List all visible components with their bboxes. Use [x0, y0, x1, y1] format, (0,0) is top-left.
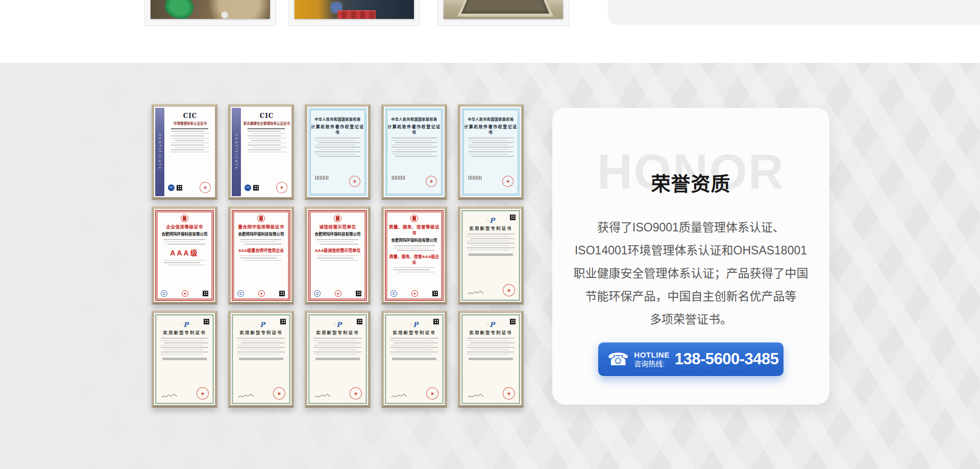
- certificate-body-lines: [467, 137, 514, 157]
- certificate-contract-credit[interactable]: 重合同守信用等级证书 合肥珂玛环保科技有限公司 AAA级重合同守信用企业: [228, 206, 294, 304]
- construction-site-photo-3[interactable]: [444, 0, 563, 19]
- certificate-paper: CERTIFICATE CIC 环境管理体系认证证书: [155, 108, 214, 196]
- certificate-cic-environment[interactable]: CERTIFICATE CIC 环境管理体系认证证书: [152, 104, 217, 200]
- certificate-utility-patent-1[interactable]: 实用新型专利证书: [458, 206, 524, 304]
- certificate-utility-patent-5[interactable]: 实用新型专利证书: [381, 311, 447, 408]
- certificate-paper: 中华人民共和国国家版权局 计算机软件著作权登记证书: [461, 108, 520, 196]
- certificate-footer: [390, 290, 438, 297]
- certificate-quality-service[interactable]: 质量、服务、信誉等级证书 合肥珂玛环保科技有限公司 质量、服务、信誉AAA级企业: [381, 206, 447, 304]
- certificate-paper: 质量、服务、信誉等级证书 合肥珂玛环保科技有限公司 质量、服务、信誉AAA级企业: [385, 210, 444, 301]
- certificate-cic-safety[interactable]: CERTIFICATE CIC 职业健康安全管理体系认证证书: [228, 104, 294, 200]
- certificate-paper: 实用新型专利证书: [308, 314, 367, 404]
- qr-code-icon: [204, 319, 209, 324]
- certificate-footer: [244, 182, 287, 193]
- certificate-paper: 中华人民共和国国家版权局 计算机软件著作权登记证书: [308, 108, 367, 196]
- red-seal-icon: [199, 181, 212, 194]
- cic-badge-icon: [168, 184, 175, 191]
- certificate-software-copyright-2[interactable]: 中华人民共和国国家版权局 计算机软件著作权登记证书: [381, 104, 447, 200]
- certificate-body-lines: [316, 255, 359, 261]
- red-seal-icon: [349, 386, 362, 400]
- certificate-title: 诚信经营示范单位: [312, 223, 363, 229]
- certificate-paper: 中华人民共和国国家版权局 计算机软件著作权登记证书: [385, 108, 444, 196]
- certificate-utility-patent-3[interactable]: 实用新型专利证书: [228, 311, 294, 408]
- construction-site-photo-2[interactable]: [295, 0, 414, 19]
- blue-logo-icon: [314, 290, 321, 297]
- red-seal-icon: [502, 386, 516, 400]
- cic-logo: CIC: [166, 112, 214, 120]
- red-star-seal-icon: [335, 290, 341, 297]
- certificate-title: 实用新型专利证书: [386, 329, 443, 335]
- red-emblem-icon: [410, 215, 418, 222]
- certificate-utility-patent-2[interactable]: 实用新型专利证书: [152, 311, 217, 408]
- certificate-row-2: 企业信用等级证书 合肥珂玛环保科技有限公司 AAA级: [152, 206, 540, 304]
- gallery-card-1[interactable]: [144, 0, 276, 26]
- qr-code-icon: [356, 291, 361, 296]
- certificate-credit-rating[interactable]: 企业信用等级证书 合肥珂玛环保科技有限公司 AAA级: [152, 206, 217, 304]
- certificate-software-copyright-1[interactable]: 中华人民共和国国家版权局 计算机软件著作权登记证书: [305, 104, 371, 200]
- top-right-panel: [608, 0, 980, 25]
- barcode-strip: [315, 358, 360, 360]
- certificate-footer: [168, 182, 211, 193]
- certificate-title: 实用新型专利证书: [156, 329, 213, 335]
- company-name: 合肥珂玛环保科技有限公司: [312, 231, 363, 237]
- phone-icon: [607, 350, 629, 368]
- certificate-paper: 实用新型专利证书: [155, 314, 214, 404]
- red-seal-icon: [348, 175, 361, 188]
- certificate-software-copyright-3[interactable]: 中华人民共和国国家版权局 计算机软件著作权登记证书: [458, 104, 524, 200]
- gallery-card-3[interactable]: [437, 0, 569, 26]
- certificate-footer: [391, 387, 438, 400]
- red-emblem-icon: [334, 215, 341, 222]
- blue-logo-icon: [237, 290, 244, 297]
- red-barrier-shape: [337, 10, 376, 19]
- band-label: CERTIFICATE: [158, 134, 162, 170]
- red-seal-icon: [502, 283, 516, 297]
- certificate-body-lines: [389, 338, 439, 355]
- certificate-footer: [314, 387, 362, 400]
- certificate-body-lines: [163, 260, 206, 266]
- certificate-body-lines: [314, 137, 361, 157]
- certificate-title: 实用新型专利证书: [309, 329, 366, 335]
- barcode-strip: [392, 358, 436, 360]
- qr-code-icon: [177, 185, 182, 191]
- certificate-body-lines: [316, 239, 359, 245]
- gallery-card-2[interactable]: [288, 0, 420, 26]
- certificate-body-lines: [239, 239, 283, 245]
- company-name: 合肥珂玛环保科技有限公司: [236, 231, 286, 237]
- construction-site-photo-1[interactable]: [151, 0, 270, 19]
- certificate-body-lines: [313, 338, 362, 355]
- hotline-labels: HOTLINE 咨询热线:: [634, 350, 669, 367]
- certificate-title: 计算机软件著作权登记证书: [387, 124, 442, 135]
- barcode-strip: [469, 253, 513, 256]
- red-seal-icon: [501, 175, 514, 188]
- hotline-button[interactable]: HOTLINE 咨询热线: 138-5600-3485: [598, 342, 783, 376]
- certificate-utility-patent-6[interactable]: 实用新型专利证书: [458, 311, 524, 408]
- certificate-utility-patent-4[interactable]: 实用新型专利证书: [305, 311, 371, 408]
- barcode-strip: [469, 358, 513, 360]
- certificate-integrity-unit[interactable]: 诚信经营示范单位 合肥珂玛环保科技有限公司 AAA级诚信经营示范单位: [305, 206, 371, 304]
- award-text: AAA级重合同守信用企业: [236, 247, 286, 253]
- hotline-label-en: HOTLINE: [634, 350, 669, 359]
- blue-logo-icon: [161, 290, 167, 297]
- certificate-body-lines: [466, 233, 516, 250]
- certificate-paper: 实用新型专利证书: [461, 314, 520, 404]
- red-star-seal-icon: [411, 290, 418, 297]
- certificate-org: 中华人民共和国国家版权局: [463, 116, 518, 122]
- certificate-body-lines: [170, 128, 210, 152]
- qr-code-icon: [510, 215, 516, 220]
- qr-code-icon: [510, 319, 516, 324]
- certificate-paper: 诚信经营示范单位 合肥珂玛环保科技有限公司 AAA级诚信经营示范单位: [308, 210, 367, 301]
- concrete-pit-shape: [457, 0, 554, 16]
- certificate-title: 实用新型专利证书: [462, 225, 519, 231]
- qr-code-icon: [203, 291, 208, 296]
- section-title: 荣誉资质: [552, 168, 829, 196]
- certificate-org: 中华人民共和国国家版权局: [387, 116, 442, 122]
- certificate-footer: [161, 387, 209, 400]
- qr-code-icon: [432, 291, 438, 296]
- certificate-footer: [468, 284, 515, 296]
- certificate-body-lines: [239, 255, 283, 261]
- certificate-side-band: CERTIFICATE: [155, 108, 164, 196]
- honor-panel: HONOR 荣誉资质 获得了ISO9001质量管理体系认证、 ISO14001环…: [552, 108, 829, 405]
- signature-scribble: [468, 290, 484, 296]
- certificate-body-lines: [247, 128, 287, 152]
- certificate-title: 实用新型专利证书: [462, 329, 519, 335]
